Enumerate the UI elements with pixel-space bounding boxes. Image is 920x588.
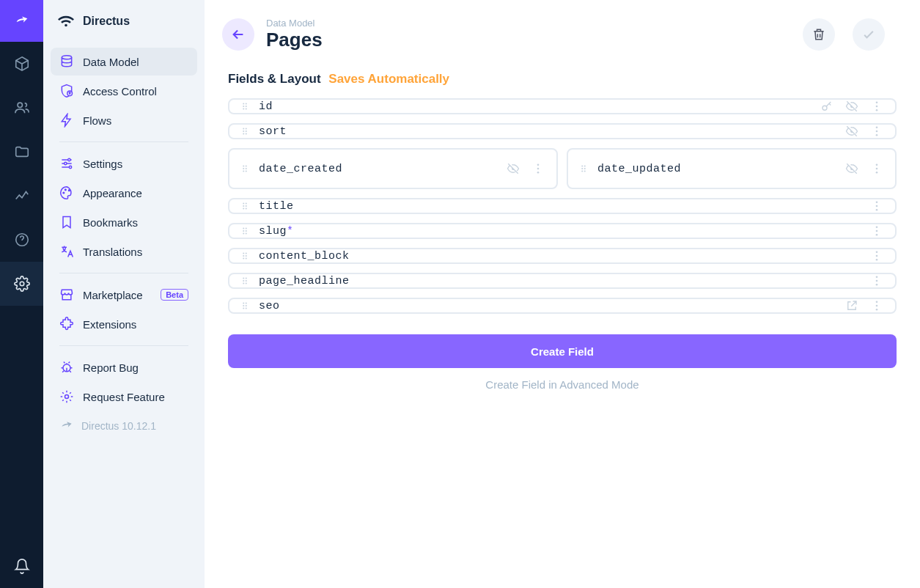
- field-sort[interactable]: sort: [228, 123, 897, 139]
- rail-users[interactable]: [0, 86, 43, 130]
- svg-point-40: [537, 168, 540, 170]
- svg-point-77: [876, 259, 878, 261]
- bolt-icon: [59, 113, 74, 128]
- field-date_updated[interactable]: date_updated: [567, 148, 897, 189]
- sidebar-item-report-bug[interactable]: Report Bug: [51, 353, 197, 381]
- rail-files[interactable]: [0, 130, 43, 174]
- hidden-icon[interactable]: [505, 162, 521, 175]
- sidebar-label: Request Feature: [83, 391, 165, 403]
- more-icon[interactable]: [869, 274, 885, 287]
- more-icon[interactable]: [869, 249, 885, 262]
- field-date_created[interactable]: date_created: [228, 148, 558, 189]
- svg-point-71: [243, 255, 244, 257]
- rail-notifications[interactable]: [0, 544, 43, 588]
- svg-point-65: [246, 232, 247, 234]
- hidden-icon[interactable]: [844, 125, 860, 138]
- key-icon[interactable]: [819, 100, 835, 113]
- sidebar-item-settings[interactable]: Settings: [51, 150, 197, 177]
- field-name: sort: [259, 125, 287, 138]
- svg-point-37: [243, 170, 244, 172]
- sidebar-item-flows[interactable]: Flows: [51, 106, 197, 134]
- more-icon[interactable]: [869, 224, 885, 238]
- drag-handle[interactable]: [578, 163, 589, 174]
- drag-handle[interactable]: [240, 101, 250, 111]
- drag-handle[interactable]: [240, 201, 250, 211]
- field-slug[interactable]: slug*: [228, 223, 897, 239]
- arrow-left-icon: [230, 26, 246, 43]
- open-icon[interactable]: [844, 299, 860, 312]
- field-title[interactable]: title: [228, 198, 897, 214]
- rail-insights[interactable]: [0, 174, 43, 218]
- svg-point-75: [876, 251, 878, 253]
- sidebar-label: Report Bug: [83, 361, 139, 374]
- sidebar-item-appearance[interactable]: Appearance: [51, 179, 197, 207]
- svg-point-24: [243, 128, 244, 129]
- svg-point-34: [246, 165, 247, 166]
- svg-point-27: [246, 131, 247, 132]
- more-icon[interactable]: [869, 100, 885, 113]
- sidebar-item-data-model[interactable]: Data Model: [51, 48, 197, 76]
- more-icon[interactable]: [869, 125, 885, 138]
- delete-button[interactable]: [803, 18, 835, 51]
- svg-point-87: [243, 302, 244, 304]
- logo[interactable]: [0, 0, 43, 42]
- svg-point-0: [18, 103, 22, 107]
- field-content_block[interactable]: content_block: [228, 248, 897, 264]
- field-page_headline[interactable]: page_headline: [228, 273, 897, 289]
- svg-point-6: [68, 158, 70, 161]
- more-icon[interactable]: [869, 162, 885, 175]
- drag-handle[interactable]: [240, 276, 250, 286]
- sidebar-label: Appearance: [83, 187, 142, 199]
- drag-handle[interactable]: [240, 251, 250, 261]
- svg-point-21: [876, 101, 878, 103]
- svg-point-95: [876, 309, 878, 311]
- drag-handle[interactable]: [240, 301, 250, 311]
- svg-point-16: [243, 106, 244, 107]
- rail-help[interactable]: [0, 218, 43, 262]
- more-icon[interactable]: [869, 199, 885, 213]
- svg-point-38: [246, 170, 247, 172]
- svg-point-39: [537, 163, 540, 166]
- sidebar-item-request-feature[interactable]: Request Feature: [51, 383, 197, 411]
- sidebar-item-translations[interactable]: Translations: [51, 238, 197, 265]
- create-field-button[interactable]: Create Field: [228, 334, 897, 368]
- back-button[interactable]: [222, 18, 254, 51]
- svg-point-56: [246, 207, 247, 209]
- hidden-icon[interactable]: [844, 100, 860, 113]
- check-icon: [861, 27, 876, 42]
- drag-handle[interactable]: [240, 163, 250, 174]
- svg-point-25: [246, 128, 247, 129]
- sidebar-item-access-control[interactable]: Access Control: [51, 77, 197, 105]
- autosave-label: Saves Automatically: [328, 72, 449, 86]
- svg-point-20: [823, 106, 827, 110]
- svg-point-88: [246, 302, 247, 304]
- sidebar-label: Settings: [83, 158, 122, 170]
- field-id[interactable]: id: [228, 98, 897, 114]
- drag-handle[interactable]: [240, 126, 250, 136]
- svg-point-89: [243, 305, 244, 306]
- sidebar-item-extensions[interactable]: Extensions: [51, 310, 197, 338]
- svg-point-8: [69, 166, 71, 168]
- create-advanced-link[interactable]: Create Field in Advanced Mode: [228, 378, 897, 391]
- svg-point-78: [243, 277, 244, 279]
- more-icon[interactable]: [869, 299, 885, 312]
- sidebar-item-bookmarks[interactable]: Bookmarks: [51, 208, 197, 236]
- save-button[interactable]: [853, 18, 885, 51]
- rail-content[interactable]: [0, 42, 43, 86]
- svg-point-73: [243, 257, 244, 259]
- field-seo[interactable]: seo: [228, 298, 897, 314]
- more-icon[interactable]: [530, 162, 546, 175]
- beta-badge: Beta: [161, 289, 188, 301]
- svg-point-35: [243, 168, 244, 169]
- svg-point-90: [246, 305, 247, 306]
- field-name: title: [259, 200, 294, 213]
- svg-point-62: [243, 230, 244, 232]
- drag-handle[interactable]: [240, 226, 250, 236]
- rail-settings[interactable]: [0, 262, 43, 306]
- svg-point-82: [243, 282, 244, 284]
- project-header[interactable]: Directus: [43, 0, 205, 42]
- sidebar-item-marketplace[interactable]: Marketplace Beta: [51, 281, 197, 309]
- breadcrumb[interactable]: Data Model: [266, 18, 323, 29]
- svg-point-42: [581, 165, 583, 166]
- hidden-icon[interactable]: [844, 162, 860, 175]
